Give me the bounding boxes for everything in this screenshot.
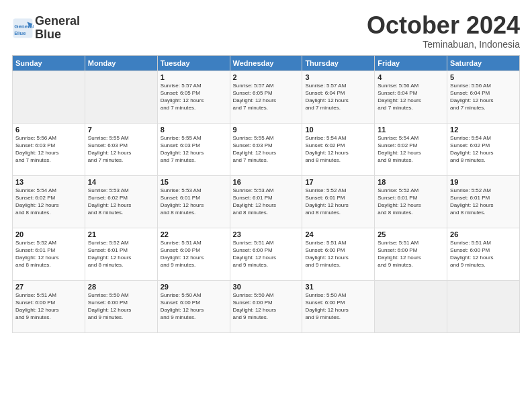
day-info: Sunrise: 5:50 AM Sunset: 6:00 PM Dayligh… [88, 291, 154, 322]
day-info: Sunrise: 5:54 AM Sunset: 6:02 PM Dayligh… [450, 134, 517, 165]
day-info: Sunrise: 5:57 AM Sunset: 6:04 PM Dayligh… [305, 82, 371, 112]
calendar-cell: 2Sunrise: 5:57 AM Sunset: 6:05 PM Daylig… [230, 71, 302, 123]
day-number: 28 [88, 283, 154, 291]
header-row: SundayMondayTuesdayWednesdayThursdayFrid… [13, 55, 520, 71]
week-row-3: 13Sunrise: 5:54 AM Sunset: 6:02 PM Dayli… [13, 175, 520, 228]
day-header-saturday: Saturday [447, 55, 520, 71]
day-header-thursday: Thursday [302, 55, 375, 71]
calendar-cell: 15Sunrise: 5:53 AM Sunset: 6:01 PM Dayli… [157, 175, 230, 228]
day-number: 7 [88, 126, 154, 134]
day-info: Sunrise: 5:52 AM Sunset: 6:01 PM Dayligh… [378, 187, 444, 217]
day-number: 24 [305, 230, 371, 238]
day-info: Sunrise: 5:50 AM Sunset: 6:00 PM Dayligh… [305, 291, 371, 322]
calendar-cell: 23Sunrise: 5:51 AM Sunset: 6:00 PM Dayli… [230, 228, 302, 280]
calendar-cell: 8Sunrise: 5:55 AM Sunset: 6:03 PM Daylig… [157, 123, 230, 175]
day-number: 25 [378, 230, 444, 238]
day-info: Sunrise: 5:53 AM Sunset: 6:01 PM Dayligh… [161, 187, 227, 217]
day-info: Sunrise: 5:55 AM Sunset: 6:03 PM Dayligh… [233, 134, 300, 165]
calendar-cell: 12Sunrise: 5:54 AM Sunset: 6:02 PM Dayli… [447, 123, 520, 175]
month-title: October 2024 [367, 12, 520, 39]
calendar-cell: 10Sunrise: 5:54 AM Sunset: 6:02 PM Dayli… [302, 123, 375, 175]
calendar-cell [375, 280, 447, 332]
day-number: 12 [450, 126, 517, 134]
week-row-2: 6Sunrise: 5:56 AM Sunset: 6:03 PM Daylig… [13, 123, 520, 175]
calendar-cell: 5Sunrise: 5:56 AM Sunset: 6:04 PM Daylig… [447, 71, 520, 123]
calendar-cell: 13Sunrise: 5:54 AM Sunset: 6:02 PM Dayli… [13, 175, 85, 228]
day-number: 31 [305, 283, 371, 291]
day-info: Sunrise: 5:51 AM Sunset: 6:00 PM Dayligh… [305, 239, 371, 269]
logo-icon: General Blue [12, 17, 34, 39]
day-number: 29 [161, 283, 227, 291]
calendar-cell: 19Sunrise: 5:52 AM Sunset: 6:01 PM Dayli… [447, 175, 520, 228]
day-number: 5 [450, 73, 517, 81]
day-info: Sunrise: 5:52 AM Sunset: 6:01 PM Dayligh… [305, 187, 371, 217]
day-info: Sunrise: 5:54 AM Sunset: 6:02 PM Dayligh… [15, 187, 82, 217]
calendar-cell: 29Sunrise: 5:50 AM Sunset: 6:00 PM Dayli… [157, 280, 230, 332]
day-header-monday: Monday [85, 55, 157, 71]
calendar-cell: 20Sunrise: 5:52 AM Sunset: 6:01 PM Dayli… [13, 228, 85, 280]
day-number: 10 [305, 126, 371, 134]
day-info: Sunrise: 5:51 AM Sunset: 6:00 PM Dayligh… [378, 239, 444, 269]
day-info: Sunrise: 5:57 AM Sunset: 6:05 PM Dayligh… [161, 82, 227, 112]
calendar-cell [447, 280, 520, 332]
calendar-cell: 28Sunrise: 5:50 AM Sunset: 6:00 PM Dayli… [85, 280, 157, 332]
day-number: 23 [233, 230, 300, 238]
calendar-cell: 30Sunrise: 5:50 AM Sunset: 6:00 PM Dayli… [230, 280, 302, 332]
day-number: 9 [233, 126, 300, 134]
calendar-cell: 9Sunrise: 5:55 AM Sunset: 6:03 PM Daylig… [230, 123, 302, 175]
day-number: 20 [15, 230, 82, 238]
calendar-cell: 3Sunrise: 5:57 AM Sunset: 6:04 PM Daylig… [302, 71, 375, 123]
calendar-cell: 14Sunrise: 5:53 AM Sunset: 6:02 PM Dayli… [85, 175, 157, 228]
day-header-tuesday: Tuesday [157, 55, 230, 71]
day-number: 22 [161, 230, 227, 238]
week-row-4: 20Sunrise: 5:52 AM Sunset: 6:01 PM Dayli… [13, 228, 520, 280]
day-number: 19 [450, 178, 517, 186]
calendar-cell: 6Sunrise: 5:56 AM Sunset: 6:03 PM Daylig… [13, 123, 85, 175]
calendar-cell: 11Sunrise: 5:54 AM Sunset: 6:02 PM Dayli… [375, 123, 447, 175]
day-number: 17 [305, 178, 371, 186]
day-info: Sunrise: 5:50 AM Sunset: 6:00 PM Dayligh… [233, 291, 300, 322]
day-number: 8 [161, 126, 227, 134]
calendar-cell [13, 71, 85, 123]
day-info: Sunrise: 5:52 AM Sunset: 6:01 PM Dayligh… [450, 187, 517, 217]
day-info: Sunrise: 5:57 AM Sunset: 6:05 PM Dayligh… [233, 82, 300, 112]
day-number: 30 [233, 283, 300, 291]
calendar-cell: 25Sunrise: 5:51 AM Sunset: 6:00 PM Dayli… [375, 228, 447, 280]
day-info: Sunrise: 5:52 AM Sunset: 6:01 PM Dayligh… [15, 239, 82, 269]
location-subtitle: Teminabuan, Indonesia [367, 39, 520, 50]
day-info: Sunrise: 5:54 AM Sunset: 6:02 PM Dayligh… [378, 134, 444, 165]
day-info: Sunrise: 5:53 AM Sunset: 6:01 PM Dayligh… [233, 187, 300, 217]
day-number: 26 [450, 230, 517, 238]
day-info: Sunrise: 5:54 AM Sunset: 6:02 PM Dayligh… [305, 134, 371, 165]
calendar-cell: 27Sunrise: 5:51 AM Sunset: 6:00 PM Dayli… [13, 280, 85, 332]
day-number: 18 [378, 178, 444, 186]
week-row-5: 27Sunrise: 5:51 AM Sunset: 6:00 PM Dayli… [13, 280, 520, 332]
calendar-cell: 16Sunrise: 5:53 AM Sunset: 6:01 PM Dayli… [230, 175, 302, 228]
day-info: Sunrise: 5:51 AM Sunset: 6:00 PM Dayligh… [233, 239, 300, 269]
day-info: Sunrise: 5:56 AM Sunset: 6:04 PM Dayligh… [378, 82, 444, 112]
calendar-cell: 31Sunrise: 5:50 AM Sunset: 6:00 PM Dayli… [302, 280, 375, 332]
day-header-wednesday: Wednesday [230, 55, 302, 71]
calendar-table: SundayMondayTuesdayWednesdayThursdayFrid… [12, 55, 520, 333]
logo-text-line1: General [35, 15, 80, 28]
day-number: 16 [233, 178, 300, 186]
day-info: Sunrise: 5:51 AM Sunset: 6:00 PM Dayligh… [15, 291, 82, 322]
calendar-cell: 24Sunrise: 5:51 AM Sunset: 6:00 PM Dayli… [302, 228, 375, 280]
calendar-cell: 7Sunrise: 5:55 AM Sunset: 6:03 PM Daylig… [85, 123, 157, 175]
day-info: Sunrise: 5:51 AM Sunset: 6:00 PM Dayligh… [161, 239, 227, 269]
title-block: October 2024 Teminabuan, Indonesia [367, 12, 520, 50]
day-number: 21 [88, 230, 154, 238]
day-header-sunday: Sunday [13, 55, 85, 71]
page: General Blue General Blue October 2024 T… [0, 0, 532, 411]
day-number: 6 [15, 126, 82, 134]
header: General Blue General Blue October 2024 T… [12, 12, 520, 50]
calendar-cell: 21Sunrise: 5:52 AM Sunset: 6:01 PM Dayli… [85, 228, 157, 280]
logo-text-line2: Blue [35, 28, 80, 42]
day-number: 15 [161, 178, 227, 186]
calendar-cell: 1Sunrise: 5:57 AM Sunset: 6:05 PM Daylig… [157, 71, 230, 123]
calendar-cell: 17Sunrise: 5:52 AM Sunset: 6:01 PM Dayli… [302, 175, 375, 228]
day-info: Sunrise: 5:56 AM Sunset: 6:03 PM Dayligh… [15, 134, 82, 165]
calendar-cell: 22Sunrise: 5:51 AM Sunset: 6:00 PM Dayli… [157, 228, 230, 280]
day-number: 11 [378, 126, 444, 134]
calendar-cell: 26Sunrise: 5:51 AM Sunset: 6:00 PM Dayli… [447, 228, 520, 280]
